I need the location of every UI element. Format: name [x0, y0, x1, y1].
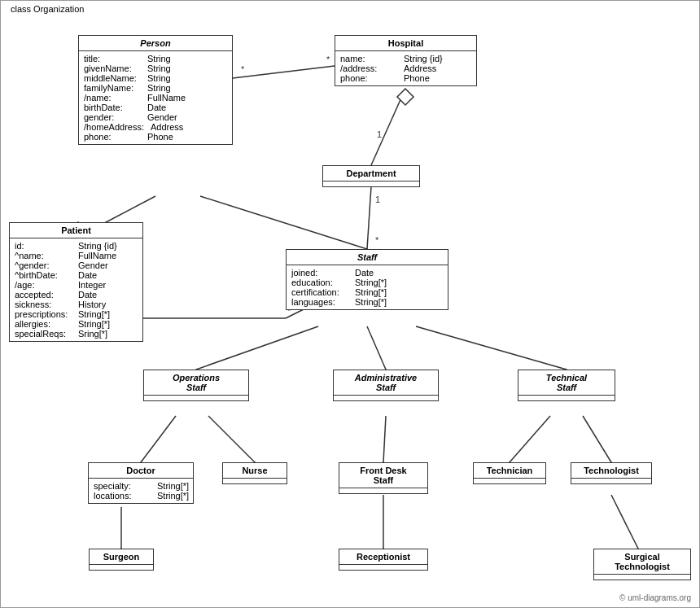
svg-marker-5: [397, 89, 413, 105]
class-technologist: Technologist: [571, 462, 652, 484]
class-hospital-body: name:String {id} /address:Address phone:…: [335, 51, 476, 85]
class-operations-staff-header: OperationsStaff: [144, 370, 248, 396]
class-technical-staff: TechnicalStaff: [518, 370, 615, 401]
class-technician-body: [474, 479, 545, 483]
class-person-body: title:String givenName:String middleName…: [79, 51, 232, 144]
svg-line-4: [371, 89, 405, 165]
svg-text:*: *: [241, 64, 245, 74]
class-receptionist-header: Receptionist: [339, 549, 427, 565]
svg-line-1: [200, 196, 367, 249]
class-administrative-staff-body: [334, 396, 438, 400]
class-nurse-body: [223, 479, 287, 483]
class-technician-header: Technician: [474, 463, 545, 479]
class-staff-header: Staff: [287, 250, 448, 265]
class-staff-body: joined:Date education:String[*] certific…: [287, 265, 448, 309]
class-patient-header: Patient: [10, 223, 142, 238]
class-department-body: [323, 182, 419, 186]
svg-line-31: [583, 416, 611, 462]
diagram-container: class Organization 1 * * 1 * * *: [0, 0, 700, 608]
class-doctor: Doctor specialty:String[*] locations:Str…: [88, 462, 194, 504]
class-technologist-header: Technologist: [571, 463, 651, 479]
class-surgical-technologist-header: SurgicalTechnologist: [594, 549, 690, 575]
svg-text:1: 1: [377, 129, 382, 139]
diagram-title: class Organization: [7, 4, 88, 14]
svg-line-23: [141, 416, 176, 462]
class-technologist-body: [571, 479, 651, 483]
class-technical-staff-body: [518, 396, 615, 400]
class-person-header: Person: [79, 36, 232, 51]
class-receptionist-body: [339, 565, 427, 570]
class-front-desk-staff-body: [339, 488, 427, 493]
class-operations-staff-body: [144, 396, 248, 400]
svg-line-19: [367, 326, 386, 370]
class-operations-staff: OperationsStaff: [143, 370, 249, 401]
class-nurse-header: Nurse: [223, 463, 287, 479]
class-department: Department: [322, 165, 420, 187]
class-patient: Patient id:String {id} ^name:FullName ^g…: [9, 222, 143, 342]
class-front-desk-staff-header: Front DeskStaff: [339, 463, 427, 488]
class-department-header: Department: [323, 166, 419, 182]
class-surgeon-body: [90, 565, 153, 570]
svg-line-37: [611, 495, 638, 549]
class-administrative-staff-header: AdministrativeStaff: [334, 370, 438, 396]
svg-line-17: [196, 326, 318, 370]
svg-line-7: [233, 66, 335, 78]
class-administrative-staff: AdministrativeStaff: [333, 370, 439, 401]
class-surgical-technologist: SurgicalTechnologist: [593, 549, 691, 580]
svg-line-25: [208, 416, 255, 462]
class-surgeon: Surgeon: [89, 549, 154, 571]
svg-line-21: [416, 326, 567, 370]
class-nurse: Nurse: [222, 462, 287, 484]
svg-line-10: [367, 186, 371, 249]
class-person: Person title:String givenName:String mid…: [78, 35, 233, 145]
class-hospital-header: Hospital: [335, 36, 476, 51]
class-patient-body: id:String {id} ^name:FullName ^gender:Ge…: [10, 238, 142, 341]
class-front-desk-staff: Front DeskStaff: [339, 462, 428, 494]
copyright: © uml-diagrams.org: [619, 593, 691, 602]
class-hospital: Hospital name:String {id} /address:Addre…: [335, 35, 477, 86]
class-surgical-technologist-body: [594, 575, 690, 580]
svg-line-29: [510, 416, 550, 462]
svg-text:1: 1: [375, 195, 380, 204]
svg-text:*: *: [326, 55, 330, 64]
class-staff: Staff joined:Date education:String[*] ce…: [286, 249, 448, 310]
class-doctor-body: specialty:String[*] locations:String[*]: [89, 479, 193, 503]
class-receptionist: Receptionist: [339, 549, 428, 571]
class-technical-staff-header: TechnicalStaff: [518, 370, 615, 396]
class-technician: Technician: [473, 462, 546, 484]
svg-text:*: *: [375, 235, 379, 245]
class-surgeon-header: Surgeon: [90, 549, 153, 565]
svg-line-27: [383, 416, 386, 462]
class-doctor-header: Doctor: [89, 463, 193, 479]
